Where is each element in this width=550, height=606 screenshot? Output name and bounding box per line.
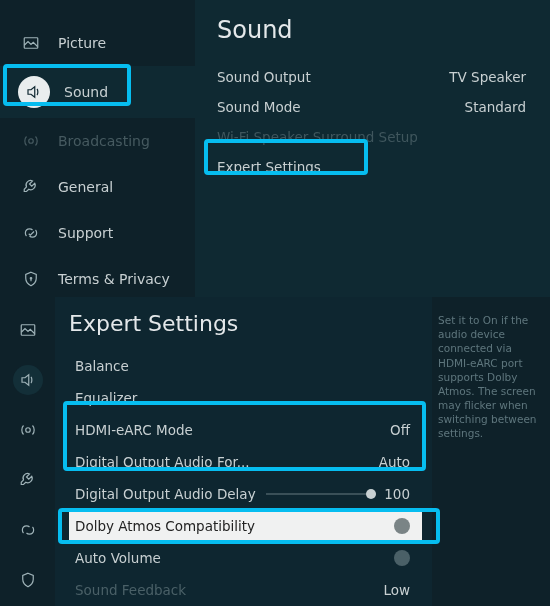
picture-icon — [18, 30, 44, 56]
sound-icon[interactable] — [13, 365, 43, 395]
svg-point-4 — [25, 428, 30, 433]
row-value: Off — [390, 422, 410, 438]
general-icon — [18, 174, 44, 200]
toggle-indicator[interactable] — [394, 550, 410, 566]
sidebar-item-terms[interactable]: Terms & Privacy — [0, 256, 195, 302]
delay-slider[interactable]: 100 — [266, 486, 410, 502]
row-value: TV Speaker — [449, 69, 526, 85]
row-sound-mode[interactable]: Sound Mode Standard — [217, 92, 526, 122]
row-sound-feedback[interactable]: Sound Feedback Low — [69, 574, 422, 606]
row-label: Wi-Fi Speaker Surround Setup — [217, 129, 418, 145]
sound-panel: Sound Sound Output TV Speaker Sound Mode… — [195, 0, 550, 297]
sidebar-item-label: Picture — [58, 35, 106, 51]
support-icon[interactable] — [13, 515, 43, 545]
row-digital-delay[interactable]: Digital Output Audio Delay 100 — [69, 478, 422, 510]
row-dolby-atmos[interactable]: Dolby Atmos Compatibility — [69, 510, 422, 542]
row-hdmi-earc[interactable]: HDMI-eARC Mode Off — [69, 414, 422, 446]
row-label: Dolby Atmos Compatibility — [75, 518, 255, 534]
row-value: Standard — [465, 99, 526, 115]
row-balance[interactable]: Balance — [69, 350, 422, 382]
row-label: Digital Output Audio Delay — [75, 486, 256, 502]
sidebar-item-picture[interactable]: Picture — [0, 20, 195, 66]
sidebar: Picture Sound Broadcasting General Suppo… — [0, 0, 195, 297]
row-label: Sound Mode — [217, 99, 301, 115]
row-label: Sound Feedback — [75, 582, 186, 598]
toggle-indicator[interactable] — [394, 518, 410, 534]
broadcasting-icon — [18, 128, 44, 154]
sound-icon — [18, 76, 50, 108]
expert-panel: Expert Settings Balance Equalizer HDMI-e… — [55, 297, 432, 606]
sidebar-item-label: General — [58, 179, 113, 195]
svg-point-1 — [29, 139, 34, 144]
sidebar-item-support[interactable]: Support — [0, 210, 195, 256]
sidebar-item-label: Broadcasting — [58, 133, 150, 149]
row-sound-output[interactable]: Sound Output TV Speaker — [217, 62, 526, 92]
row-digital-format[interactable]: Digital Output Audio For... Auto — [69, 446, 422, 478]
row-label: Auto Volume — [75, 550, 161, 566]
row-label: Equalizer — [75, 390, 137, 406]
general-icon[interactable] — [13, 465, 43, 495]
row-label: Balance — [75, 358, 129, 374]
row-value: Auto — [379, 454, 410, 470]
support-icon — [18, 220, 44, 246]
sidebar-item-label: Sound — [64, 84, 108, 100]
broadcasting-icon[interactable] — [13, 415, 43, 445]
sidebar-item-label: Support — [58, 225, 113, 241]
page-title: Expert Settings — [69, 311, 422, 336]
row-wifi-speaker: Wi-Fi Speaker Surround Setup — [217, 122, 526, 152]
row-expert-settings[interactable]: Expert Settings — [217, 152, 526, 182]
row-label: HDMI-eARC Mode — [75, 422, 193, 438]
shield-icon — [18, 266, 44, 292]
sidebar-item-label: Terms & Privacy — [58, 271, 170, 287]
iconbar — [0, 297, 55, 606]
page-title: Sound — [217, 16, 526, 44]
sidebar-item-sound[interactable]: Sound — [0, 66, 195, 118]
row-value: Low — [383, 582, 410, 598]
help-text: Set it to On if the audio device connect… — [432, 297, 550, 606]
row-label: Expert Settings — [217, 159, 321, 175]
picture-icon[interactable] — [13, 315, 43, 345]
row-label: Sound Output — [217, 69, 311, 85]
row-label: Digital Output Audio For... — [75, 454, 250, 470]
row-auto-volume[interactable]: Auto Volume — [69, 542, 422, 574]
row-value: 100 — [384, 486, 410, 502]
sidebar-item-general[interactable]: General — [0, 164, 195, 210]
svg-point-2 — [30, 278, 32, 280]
sidebar-item-broadcasting: Broadcasting — [0, 118, 195, 164]
row-equalizer[interactable]: Equalizer — [69, 382, 422, 414]
shield-icon[interactable] — [13, 565, 43, 595]
